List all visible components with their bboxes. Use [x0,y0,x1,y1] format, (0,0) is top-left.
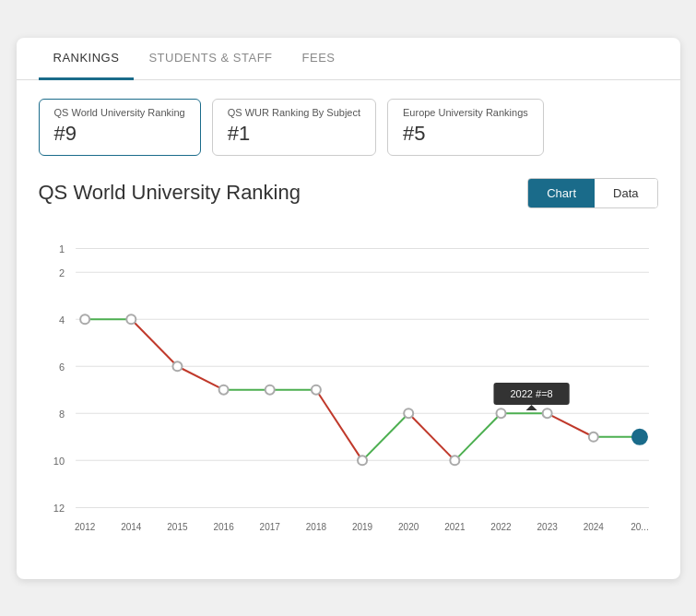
svg-line-28 [131,319,177,366]
svg-text:2021: 2021 [444,522,466,532]
data-point-2019[interactable] [358,456,367,465]
tab-bar: RANKINGS STUDENTS & STAFF FEES [17,38,680,80]
ranking-card-qs-subject[interactable]: QS WUR Ranking By Subject #1 [212,99,376,156]
svg-text:20...: 20... [631,522,649,532]
chart-title: QS World University Ranking [39,181,301,205]
svg-text:8: 8 [58,409,64,420]
svg-text:2024: 2024 [583,522,604,532]
chart-area: 1 2 4 6 8 10 12 2012 2014 2015 2016 2017… [17,212,680,557]
data-point-2022[interactable] [496,409,505,418]
ranking-card-qs-subject-value: #1 [228,122,360,146]
view-toggle: Chart Data [527,178,657,208]
svg-text:2014: 2014 [121,522,142,532]
svg-text:2017: 2017 [259,522,280,532]
svg-text:2016: 2016 [213,522,234,532]
svg-text:2012: 2012 [75,522,96,532]
svg-text:2023: 2023 [537,522,558,532]
svg-line-37 [547,413,593,436]
data-point-2020[interactable] [404,409,413,418]
svg-text:2015: 2015 [167,522,188,532]
tooltip-text: 2022 #=8 [510,388,552,399]
svg-line-34 [408,413,454,460]
ranking-card-qs-world-label: QS World University Ranking [54,107,185,118]
svg-text:12: 12 [53,503,64,514]
ranking-card-europe[interactable]: Europe University Rankings #5 [387,99,544,156]
main-card: RANKINGS STUDENTS & STAFF FEES QS World … [17,38,680,579]
svg-line-32 [315,389,361,460]
ranking-card-qs-world-value: #9 [54,122,185,146]
ranking-card-europe-value: #5 [403,122,528,146]
data-point-2016[interactable] [218,385,228,394]
tab-students-staff[interactable]: STUDENTS & STAFF [134,38,287,80]
svg-line-29 [177,366,223,389]
data-point-2025-highlight[interactable] [631,429,646,444]
data-point-2024[interactable] [588,432,597,441]
chart-header: QS World University Ranking Chart Data [17,171,680,212]
tab-rankings[interactable]: RANKINGS [39,38,135,80]
svg-text:1: 1 [58,243,64,254]
data-point-2012[interactable] [80,314,89,324]
data-view-button[interactable]: Data [595,179,656,207]
tab-fees[interactable]: FEES [288,38,350,80]
svg-text:2018: 2018 [305,522,326,532]
svg-text:4: 4 [58,314,64,325]
svg-text:2020: 2020 [398,522,419,532]
data-point-2014[interactable] [126,314,136,324]
ranking-card-europe-label: Europe University Rankings [403,107,528,118]
svg-text:2019: 2019 [351,522,372,532]
svg-text:10: 10 [53,456,64,467]
data-point-2017[interactable] [265,385,274,394]
ranking-card-qs-world[interactable]: QS World University Ranking #9 [39,99,201,156]
data-point-2023[interactable] [542,409,551,418]
chart-view-button[interactable]: Chart [528,179,595,207]
svg-text:2: 2 [58,267,64,278]
ranking-card-qs-subject-label: QS WUR Ranking By Subject [228,107,360,118]
svg-text:6: 6 [58,361,64,372]
svg-line-33 [362,413,408,460]
svg-line-35 [454,413,501,460]
tooltip-arrow [525,405,537,410]
data-point-2018[interactable] [311,385,320,394]
ranking-chart: 1 2 4 6 8 10 12 2012 2014 2015 2016 2017… [39,221,658,553]
svg-text:2022: 2022 [490,522,512,532]
data-point-2021[interactable] [450,456,459,465]
ranking-cards-container: QS World University Ranking #9 QS WUR Ra… [17,80,680,171]
data-point-2015[interactable] [172,361,182,371]
